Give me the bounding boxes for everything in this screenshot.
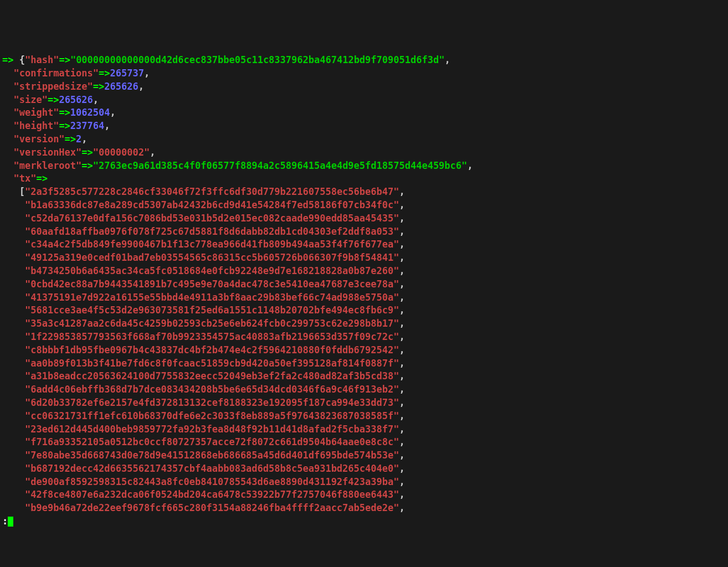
output-line: => {"hash"=>"00000000000000d42d6cec837bb…	[2, 54, 726, 67]
tx-hash: "35a3c41287aa2c6da45c4259b02593cb25e6eb6…	[25, 318, 399, 329]
tx-hash: "49125a319e0cedf01bad7eb03554565c86315cc…	[25, 252, 399, 263]
output-line: "de900af8592598315c82443a8fc0eb841078554…	[2, 476, 726, 489]
output-line: "c34a4c2f5db849fe9900467b1f13c778ea966d4…	[2, 238, 726, 251]
output-line: "merkleroot"=>"2763ec9a61d385c4f0f06577f…	[2, 159, 726, 173]
output-line: "f716a93352105a0512bc0ccf80727357acce72f…	[2, 436, 726, 449]
tx-hash: "b687192decc42d6635562174357cbf4aabb083a…	[25, 463, 399, 474]
output-line: "5681cce3ae4f5c53d2e963073581f25ed6a1551…	[2, 304, 726, 317]
output-line: "49125a319e0cedf01bad7eb03554565c86315cc…	[2, 251, 726, 265]
output-line: "60aafd18affba0976f078f725c67d5881f8d6da…	[2, 225, 726, 239]
tx-hash: "f716a93352105a0512bc0ccf80727357acce72f…	[25, 436, 399, 447]
output-line: "tx"=>	[2, 172, 726, 185]
height-key: "height"	[13, 120, 59, 131]
size-key: "size"	[13, 94, 47, 105]
weight-value: 1062504	[70, 107, 110, 118]
output-line: "version"=>2,	[2, 133, 726, 146]
output-line: "a31b8eadcc20563624100d7755832eecc52049e…	[2, 370, 726, 383]
output-line: "height"=>237764,	[2, 120, 726, 133]
output-line: "size"=>265626,	[2, 94, 726, 107]
output-line: "b687192decc42d6635562174357cbf4aabb083a…	[2, 462, 726, 476]
size-value: 265626	[59, 94, 93, 105]
version-key: "version"	[13, 133, 64, 145]
output-line: "42f8ce4807e6a232dca06f0524bd204ca6478c5…	[2, 488, 726, 502]
height-value: 237764	[70, 120, 104, 131]
prompt-arrow: =>	[2, 54, 13, 65]
output-line: "41375191e7d922a16155e55bbd4e4911a3bf8aa…	[2, 291, 726, 305]
version-value: 2	[76, 133, 81, 145]
tx-hash: "b9e9b46a72de22eef9678fcf665c280f3154a88…	[25, 502, 399, 513]
output-line: "23ed612d445d400beb9859772fa92b3fea8d48f…	[2, 423, 726, 436]
merkleroot-key: "merkleroot"	[13, 160, 81, 171]
tx-hash: "6add4c06ebffb368d7b7dce083434208b5be6e6…	[25, 384, 399, 395]
tx-hash: "b4734250b6a6435ac34ca5fc0518684e0fcb922…	[25, 265, 399, 276]
output-line: "6add4c06ebffb368d7b7dce083434208b5be6e6…	[2, 383, 726, 396]
output-line: "weight"=>1062504,	[2, 106, 726, 120]
output-line: "cc06321731ff1efc610b68370dfe6e2c3033f8e…	[2, 410, 726, 423]
confirmations-key: "confirmations"	[13, 68, 99, 79]
output-line: "6d20b33782ef6e2157e4fd372813132cef81883…	[2, 396, 726, 410]
tx-hash: "0cbd42ec88a7b9443541891b7c495e9e70a4dac…	[25, 279, 399, 290]
tx-hash: "6d20b33782ef6e2157e4fd372813132cef81883…	[25, 397, 399, 408]
output-line: "strippedsize"=>265626,	[2, 80, 726, 94]
output-line: "b9e9b46a72de22eef9678fcf665c280f3154a88…	[2, 502, 726, 515]
tx-hash: "a31b8eadcc20563624100d7755832eecc52049e…	[25, 370, 399, 382]
tx-hash: "de900af8592598315c82443a8fc0eb841078554…	[25, 476, 399, 487]
tx-hash: "41375191e7d922a16155e55bbd4e4911a3bf8aa…	[25, 292, 399, 303]
prompt-colon: :	[2, 516, 8, 527]
output-line: "35a3c41287aa2c6da45c4259b02593cb25e6eb6…	[2, 317, 726, 331]
output-line: "b4734250b6a6435ac34ca5fc0518684e0fcb922…	[2, 265, 726, 278]
terminal-output: => {"hash"=>"00000000000000d42d6cec837bb…	[2, 54, 726, 528]
output-line: "aa0b89f013b3f41be7fd6c8f0fcaac51859cb9d…	[2, 357, 726, 370]
output-line: "b1a63336dc87e8a289cd5307ab42432b6cd9d41…	[2, 199, 726, 212]
merkleroot-value: "2763ec9a61d385c4f0f06577f8894a2c5896415…	[93, 160, 468, 171]
output-line: "versionHex"=>"00000002",	[2, 146, 726, 159]
tx-hash: "7e80abe35d668743d0e78d9e41512868eb68668…	[25, 450, 399, 461]
output-line: ["2a3f5285c577228c2846cf33046f72f3ffc6df…	[2, 185, 726, 199]
weight-key: "weight"	[13, 107, 59, 118]
tx-hash: "cc06321731ff1efc610b68370dfe6e2c3033f8e…	[25, 410, 399, 421]
pager-prompt[interactable]: :	[2, 515, 726, 528]
output-line: "7e80abe35d668743d0e78d9e41512868eb68668…	[2, 449, 726, 462]
tx-hash: "c52da76137e0dfa156c7086bd53e031b5d2e015…	[25, 213, 399, 224]
output-line: "c8bbbf1db95fbe0967b4c43837dc4bf2b474e4c…	[2, 344, 726, 357]
strippedsize-key: "strippedsize"	[13, 81, 93, 92]
strippedsize-value: 265626	[104, 81, 138, 92]
tx-hash: "42f8ce4807e6a232dca06f0524bd204ca6478c5…	[25, 489, 399, 500]
tx-hash: "c34a4c2f5db849fe9900467b1f13c778ea966d4…	[25, 239, 399, 250]
output-line: "confirmations"=>265737,	[2, 67, 726, 80]
versionhex-key: "versionHex"	[13, 147, 81, 158]
cursor	[8, 517, 13, 527]
tx-hash: "5681cce3ae4f5c53d2e963073581f25ed6a1551…	[25, 305, 399, 316]
output-line: "c52da76137e0dfa156c7086bd53e031b5d2e015…	[2, 212, 726, 225]
versionhex-value: "00000002"	[93, 147, 150, 158]
tx-hash: "c8bbbf1db95fbe0967b4c43837dc4bf2b474e4c…	[25, 344, 399, 355]
tx-hash: "b1a63336dc87e8a289cd5307ab42432b6cd9d41…	[25, 199, 399, 210]
output-line: "1f229853857793563f668af70b9923354575ac4…	[2, 331, 726, 344]
hash-value: "00000000000000d42d6cec837bbe05c11c83379…	[70, 54, 445, 65]
tx-hash: "60aafd18affba0976f078f725c67d5881f8d6da…	[25, 226, 399, 237]
tx-hash: "aa0b89f013b3f41be7fd6c8f0fcaac51859cb9d…	[25, 358, 399, 369]
confirmations-value: 265737	[110, 68, 144, 79]
tx-hash: "23ed612d445d400beb9859772fa92b3fea8d48f…	[25, 424, 399, 435]
tx-hash: "1f229853857793563f668af70b9923354575ac4…	[25, 331, 399, 342]
tx-key: "tx"	[13, 173, 36, 184]
hash-key: "hash"	[25, 54, 59, 65]
tx-hash: "2a3f5285c577228c2846cf33046f72f3ffc6df3…	[25, 186, 399, 197]
output-line: "0cbd42ec88a7b9443541891b7c495e9e70a4dac…	[2, 278, 726, 291]
